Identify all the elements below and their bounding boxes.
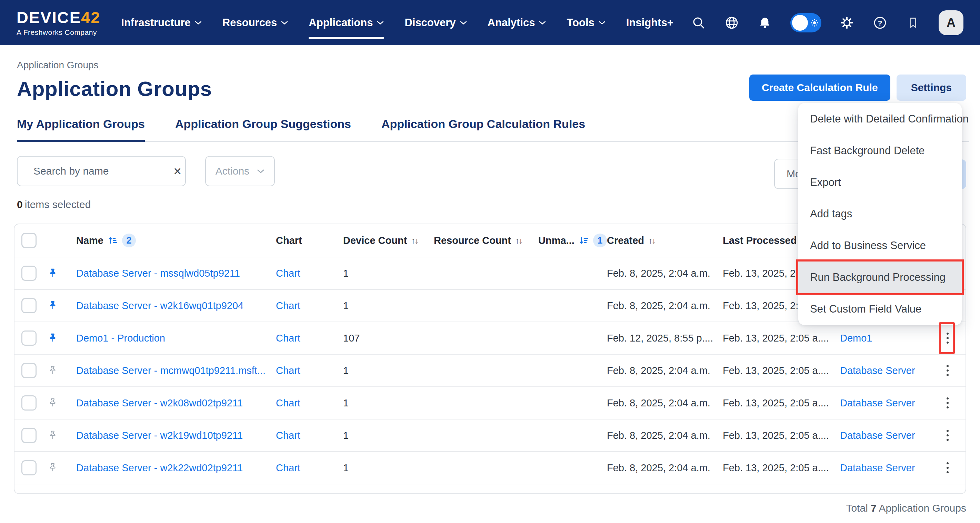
chart-link[interactable]: Chart bbox=[276, 365, 300, 376]
last-processed-date: Feb. 13, 2025, 2:05 a.... bbox=[723, 365, 829, 376]
sun-icon bbox=[810, 18, 819, 27]
settings-button[interactable]: Settings bbox=[897, 75, 966, 101]
pinned-icon[interactable] bbox=[48, 333, 58, 344]
group-link[interactable]: Database Server bbox=[840, 397, 915, 409]
user-avatar[interactable]: A bbox=[939, 10, 963, 35]
chart-link[interactable]: Chart bbox=[276, 333, 300, 344]
unpinned-icon[interactable] bbox=[48, 462, 58, 473]
select-all-checkbox[interactable] bbox=[21, 233, 37, 248]
application-group-link[interactable]: Demo1 - Production bbox=[76, 333, 165, 344]
menu-item-fast-background-delete[interactable]: Fast Background Delete bbox=[798, 135, 962, 167]
column-header-resource-count[interactable]: Resource Count↑↓ bbox=[434, 235, 538, 246]
menu-item-set-custom-field-value[interactable]: Set Custom Field Value bbox=[798, 293, 962, 325]
search-icon[interactable] bbox=[691, 15, 706, 30]
group-link[interactable]: Database Server bbox=[840, 462, 915, 474]
bookmark-icon[interactable] bbox=[905, 15, 921, 30]
pinned-icon[interactable] bbox=[48, 300, 58, 311]
column-header-created[interactable]: Created↑↓ bbox=[607, 235, 723, 246]
tab-application-group-calculation-rules[interactable]: Application Group Calculation Rules bbox=[381, 117, 585, 141]
group-link[interactable]: Database Server bbox=[840, 365, 915, 376]
row-menu-icon[interactable] bbox=[944, 330, 951, 346]
row-checkbox[interactable] bbox=[21, 330, 37, 346]
nav-item-applications[interactable]: Applications bbox=[309, 0, 384, 45]
nav-item-insights[interactable]: Insights+ bbox=[626, 0, 673, 45]
theme-toggle[interactable] bbox=[790, 13, 821, 32]
logo-subtitle: A Freshworks Company bbox=[17, 29, 100, 36]
sort-asc-icon[interactable] bbox=[108, 235, 118, 246]
chevron-down-icon bbox=[460, 21, 467, 25]
chart-link[interactable]: Chart bbox=[276, 462, 300, 474]
menu-item-run-background-processing[interactable]: Run Background Processing bbox=[798, 262, 962, 293]
row-menu-icon[interactable] bbox=[944, 427, 951, 444]
row-checkbox[interactable] bbox=[21, 266, 37, 281]
clear-search-icon[interactable]: × bbox=[173, 164, 181, 178]
chart-link[interactable]: Chart bbox=[276, 268, 300, 279]
tab-my-application-groups[interactable]: My Application Groups bbox=[17, 117, 145, 141]
sort-icon[interactable]: ↑↓ bbox=[411, 236, 418, 246]
chart-link[interactable]: Chart bbox=[276, 300, 300, 311]
row-menu-icon[interactable] bbox=[944, 395, 951, 411]
row-checkbox[interactable] bbox=[21, 428, 37, 443]
application-group-link[interactable]: Database Server - w2k08wd02tp9211 bbox=[76, 397, 243, 409]
sort-icon[interactable]: ↑↓ bbox=[648, 236, 655, 246]
application-group-link[interactable]: Database Server - w2k19wd10tp9211 bbox=[76, 430, 243, 441]
table-row: Database Server - w2k22wd02tp9211Chart1F… bbox=[14, 452, 966, 484]
application-group-link[interactable]: Database Server - w2k22wd02tp9211 bbox=[76, 462, 243, 474]
help-icon[interactable]: ? bbox=[872, 15, 888, 30]
unpinned-icon[interactable] bbox=[48, 397, 58, 408]
globe-icon[interactable] bbox=[724, 15, 739, 30]
application-group-link[interactable]: Database Server - mssqlwd05tp9211 bbox=[76, 268, 240, 279]
unpinned-icon[interactable] bbox=[48, 430, 58, 441]
sort-desc-icon[interactable] bbox=[579, 235, 589, 246]
chart-link[interactable]: Chart bbox=[276, 397, 300, 409]
table-row: Demo1 - ProductionChart107Feb. 12, 2025,… bbox=[14, 322, 966, 355]
application-group-link[interactable]: Database Server - w2k16wq01tp9204 bbox=[76, 300, 243, 311]
row-checkbox[interactable] bbox=[21, 298, 37, 313]
sort-priority-badge: 2 bbox=[122, 234, 136, 247]
nav-item-analytics[interactable]: Analytics bbox=[488, 0, 546, 45]
row-menu-icon[interactable] bbox=[944, 362, 951, 379]
pinned-icon[interactable] bbox=[48, 268, 58, 279]
create-calculation-rule-button[interactable]: Create Calculation Rule bbox=[749, 75, 890, 101]
row-menu-icon[interactable] bbox=[944, 459, 951, 476]
unpinned-icon[interactable] bbox=[48, 365, 58, 376]
column-header-device-count[interactable]: Device Count↑↓ bbox=[343, 235, 434, 246]
chart-link[interactable]: Chart bbox=[276, 430, 300, 441]
menu-item-delete-with-detailed-confirmation[interactable]: Delete with Detailed Confirmation bbox=[798, 103, 962, 135]
menu-item-export[interactable]: Export bbox=[798, 167, 962, 198]
settings-gear-icon[interactable] bbox=[839, 15, 854, 30]
tab-application-group-suggestions[interactable]: Application Group Suggestions bbox=[175, 117, 351, 141]
main-menu: Infrastructure Resources Applications Di… bbox=[121, 0, 673, 45]
group-link[interactable]: Database Server bbox=[840, 430, 915, 441]
group-link[interactable]: Demo1 bbox=[840, 333, 872, 344]
chevron-down-icon bbox=[599, 21, 606, 25]
column-header-unmapped[interactable]: Unma... 1 bbox=[538, 234, 607, 247]
menu-item-add-to-business-service[interactable]: Add to Business Service bbox=[798, 230, 962, 262]
device42-logo[interactable]: DEVICE42 A Freshworks Company bbox=[17, 9, 100, 36]
nav-item-infrastructure[interactable]: Infrastructure bbox=[121, 0, 202, 45]
device-count: 1 bbox=[343, 268, 348, 279]
actions-dropdown-button[interactable]: Actions bbox=[205, 156, 275, 186]
top-navbar: DEVICE42 A Freshworks Company Infrastruc… bbox=[0, 0, 980, 45]
row-checkbox[interactable] bbox=[21, 395, 37, 411]
search-input[interactable] bbox=[33, 165, 167, 177]
chevron-down-icon bbox=[257, 169, 264, 174]
row-checkbox[interactable] bbox=[21, 363, 37, 378]
menu-item-add-tags[interactable]: Add tags bbox=[798, 198, 962, 230]
device-count: 1 bbox=[343, 462, 348, 474]
nav-item-discovery[interactable]: Discovery bbox=[404, 0, 466, 45]
column-header-name[interactable]: Name 2 bbox=[69, 234, 276, 247]
breadcrumb[interactable]: Application Groups bbox=[17, 60, 966, 71]
chevron-down-icon bbox=[281, 21, 288, 25]
nav-item-resources[interactable]: Resources bbox=[223, 0, 288, 45]
column-header-chart[interactable]: Chart bbox=[276, 235, 343, 246]
notifications-bell-icon[interactable] bbox=[757, 15, 772, 30]
page-title: Application Groups bbox=[17, 77, 212, 101]
device-count: 1 bbox=[343, 397, 348, 409]
application-group-link[interactable]: Database Server - mcmwq01tp9211.msft... bbox=[76, 365, 266, 376]
last-processed-date: Feb. 13, 2025, 2:05 a.... bbox=[723, 462, 829, 474]
sort-icon[interactable]: ↑↓ bbox=[515, 236, 522, 246]
row-checkbox[interactable] bbox=[21, 460, 37, 475]
nav-item-tools[interactable]: Tools bbox=[566, 0, 605, 45]
search-box: × bbox=[17, 156, 186, 186]
